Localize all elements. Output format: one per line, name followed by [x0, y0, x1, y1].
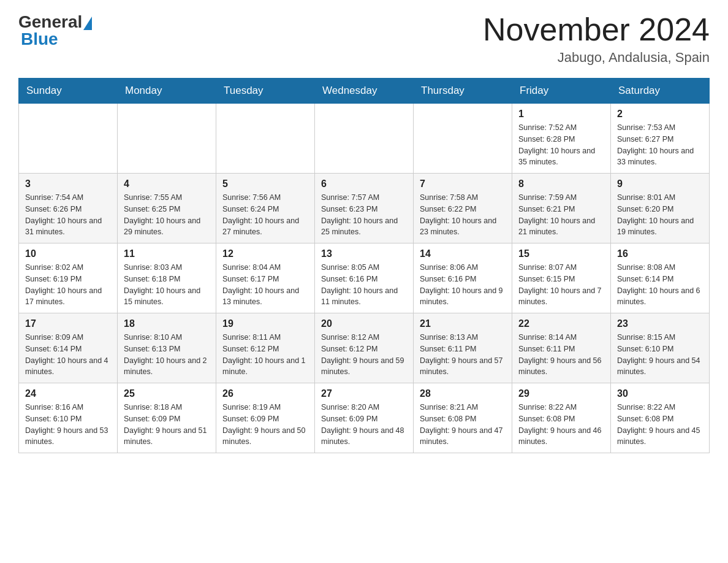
day-header-tuesday: Tuesday — [216, 79, 315, 104]
day-info: Sunrise: 7:52 AM Sunset: 6:28 PM Dayligh… — [518, 122, 604, 168]
calendar-header-row: SundayMondayTuesdayWednesdayThursdayFrid… — [19, 79, 710, 104]
day-info: Sunrise: 8:01 AM Sunset: 6:20 PM Dayligh… — [617, 192, 703, 238]
day-info: Sunrise: 8:21 AM Sunset: 6:08 PM Dayligh… — [420, 402, 506, 448]
day-number: 16 — [617, 248, 703, 259]
week-row-4: 17Sunrise: 8:09 AM Sunset: 6:14 PM Dayli… — [19, 313, 710, 383]
day-number: 30 — [617, 388, 703, 399]
day-number: 23 — [617, 318, 703, 329]
day-number: 24 — [25, 388, 111, 399]
day-info: Sunrise: 7:55 AM Sunset: 6:25 PM Dayligh… — [124, 192, 210, 238]
week-row-1: 1Sunrise: 7:52 AM Sunset: 6:28 PM Daylig… — [19, 104, 710, 174]
calendar-cell: 30Sunrise: 8:22 AM Sunset: 6:08 PM Dayli… — [611, 383, 710, 453]
calendar-cell: 10Sunrise: 8:02 AM Sunset: 6:19 PM Dayli… — [19, 243, 118, 313]
day-number: 13 — [321, 248, 407, 259]
day-number: 7 — [420, 178, 506, 190]
day-number: 1 — [518, 109, 604, 120]
title-section: November 2024 Jabugo, Andalusia, Spain — [483, 12, 710, 66]
day-info: Sunrise: 8:07 AM Sunset: 6:15 PM Dayligh… — [518, 262, 604, 308]
week-row-2: 3Sunrise: 7:54 AM Sunset: 6:26 PM Daylig… — [19, 174, 710, 243]
day-info: Sunrise: 8:09 AM Sunset: 6:14 PM Dayligh… — [25, 332, 111, 378]
calendar-cell: 21Sunrise: 8:13 AM Sunset: 6:11 PM Dayli… — [414, 313, 512, 383]
calendar-cell: 27Sunrise: 8:20 AM Sunset: 6:09 PM Dayli… — [315, 383, 414, 453]
calendar-cell: 5Sunrise: 7:56 AM Sunset: 6:24 PM Daylig… — [216, 174, 315, 243]
day-number: 6 — [321, 178, 407, 190]
calendar-cell: 4Sunrise: 7:55 AM Sunset: 6:25 PM Daylig… — [118, 174, 216, 243]
day-info: Sunrise: 8:12 AM Sunset: 6:12 PM Dayligh… — [321, 332, 407, 378]
calendar-cell: 29Sunrise: 8:22 AM Sunset: 6:08 PM Dayli… — [512, 383, 611, 453]
day-header-thursday: Thursday — [414, 79, 512, 104]
logo-blue-text: Blue — [18, 29, 58, 49]
calendar-cell: 26Sunrise: 8:19 AM Sunset: 6:09 PM Dayli… — [216, 383, 315, 453]
day-number: 29 — [518, 388, 604, 399]
day-number: 18 — [124, 318, 210, 329]
day-info: Sunrise: 8:08 AM Sunset: 6:14 PM Dayligh… — [617, 262, 703, 308]
day-number: 20 — [321, 318, 407, 329]
day-number: 10 — [25, 248, 111, 259]
day-header-saturday: Saturday — [611, 79, 710, 104]
calendar-cell: 25Sunrise: 8:18 AM Sunset: 6:09 PM Dayli… — [118, 383, 216, 453]
day-number: 28 — [420, 388, 506, 399]
calendar-cell: 11Sunrise: 8:03 AM Sunset: 6:18 PM Dayli… — [118, 243, 216, 313]
day-info: Sunrise: 8:10 AM Sunset: 6:13 PM Dayligh… — [124, 332, 210, 378]
day-number: 17 — [25, 318, 111, 329]
day-info: Sunrise: 8:18 AM Sunset: 6:09 PM Dayligh… — [124, 402, 210, 448]
calendar-cell: 17Sunrise: 8:09 AM Sunset: 6:14 PM Dayli… — [19, 313, 118, 383]
calendar-cell: 3Sunrise: 7:54 AM Sunset: 6:26 PM Daylig… — [19, 174, 118, 243]
day-info: Sunrise: 8:02 AM Sunset: 6:19 PM Dayligh… — [25, 262, 111, 308]
day-header-wednesday: Wednesday — [315, 79, 414, 104]
calendar-cell: 23Sunrise: 8:15 AM Sunset: 6:10 PM Dayli… — [611, 313, 710, 383]
day-number: 3 — [25, 178, 111, 190]
day-info: Sunrise: 7:54 AM Sunset: 6:26 PM Dayligh… — [25, 192, 111, 238]
day-number: 21 — [420, 318, 506, 329]
day-header-sunday: Sunday — [19, 79, 118, 104]
day-number: 22 — [518, 318, 604, 329]
day-info: Sunrise: 8:13 AM Sunset: 6:11 PM Dayligh… — [420, 332, 506, 378]
calendar-cell: 6Sunrise: 7:57 AM Sunset: 6:23 PM Daylig… — [315, 174, 414, 243]
calendar-cell: 14Sunrise: 8:06 AM Sunset: 6:16 PM Dayli… — [414, 243, 512, 313]
day-info: Sunrise: 7:59 AM Sunset: 6:21 PM Dayligh… — [518, 192, 604, 238]
calendar-cell: 2Sunrise: 7:53 AM Sunset: 6:27 PM Daylig… — [611, 104, 710, 174]
location-text: Jabugo, Andalusia, Spain — [483, 50, 710, 66]
calendar-cell: 1Sunrise: 7:52 AM Sunset: 6:28 PM Daylig… — [512, 104, 611, 174]
day-info: Sunrise: 8:06 AM Sunset: 6:16 PM Dayligh… — [420, 262, 506, 308]
day-number: 15 — [518, 248, 604, 259]
day-info: Sunrise: 8:15 AM Sunset: 6:10 PM Dayligh… — [617, 332, 703, 378]
day-info: Sunrise: 8:11 AM Sunset: 6:12 PM Dayligh… — [222, 332, 308, 378]
day-info: Sunrise: 8:22 AM Sunset: 6:08 PM Dayligh… — [518, 402, 604, 448]
day-number: 2 — [617, 109, 703, 120]
calendar-table: SundayMondayTuesdayWednesdayThursdayFrid… — [18, 78, 710, 453]
calendar-cell — [19, 104, 118, 174]
day-header-friday: Friday — [512, 79, 611, 104]
calendar-cell: 20Sunrise: 8:12 AM Sunset: 6:12 PM Dayli… — [315, 313, 414, 383]
logo-triangle-icon — [83, 17, 92, 30]
day-info: Sunrise: 7:53 AM Sunset: 6:27 PM Dayligh… — [617, 122, 703, 168]
calendar-cell: 15Sunrise: 8:07 AM Sunset: 6:15 PM Dayli… — [512, 243, 611, 313]
calendar-cell: 22Sunrise: 8:14 AM Sunset: 6:11 PM Dayli… — [512, 313, 611, 383]
calendar-cell — [216, 104, 315, 174]
day-info: Sunrise: 8:22 AM Sunset: 6:08 PM Dayligh… — [617, 402, 703, 448]
day-number: 25 — [124, 388, 210, 399]
calendar-cell: 9Sunrise: 8:01 AM Sunset: 6:20 PM Daylig… — [611, 174, 710, 243]
day-number: 12 — [222, 248, 308, 259]
month-title: November 2024 — [483, 12, 710, 47]
day-number: 14 — [420, 248, 506, 259]
page-header: General Blue November 2024 Jabugo, Andal… — [18, 12, 710, 66]
day-info: Sunrise: 8:05 AM Sunset: 6:16 PM Dayligh… — [321, 262, 407, 308]
week-row-5: 24Sunrise: 8:16 AM Sunset: 6:10 PM Dayli… — [19, 383, 710, 453]
day-number: 5 — [222, 178, 308, 190]
day-info: Sunrise: 8:03 AM Sunset: 6:18 PM Dayligh… — [124, 262, 210, 308]
day-info: Sunrise: 8:04 AM Sunset: 6:17 PM Dayligh… — [222, 262, 308, 308]
calendar-cell — [315, 104, 414, 174]
calendar-cell: 24Sunrise: 8:16 AM Sunset: 6:10 PM Dayli… — [19, 383, 118, 453]
calendar-cell: 16Sunrise: 8:08 AM Sunset: 6:14 PM Dayli… — [611, 243, 710, 313]
day-header-monday: Monday — [118, 79, 216, 104]
calendar-cell — [118, 104, 216, 174]
calendar-cell: 19Sunrise: 8:11 AM Sunset: 6:12 PM Dayli… — [216, 313, 315, 383]
calendar-cell: 8Sunrise: 7:59 AM Sunset: 6:21 PM Daylig… — [512, 174, 611, 243]
day-number: 11 — [124, 248, 210, 259]
calendar-cell: 28Sunrise: 8:21 AM Sunset: 6:08 PM Dayli… — [414, 383, 512, 453]
day-info: Sunrise: 7:58 AM Sunset: 6:22 PM Dayligh… — [420, 192, 506, 238]
day-number: 4 — [124, 178, 210, 190]
day-info: Sunrise: 8:14 AM Sunset: 6:11 PM Dayligh… — [518, 332, 604, 378]
day-number: 9 — [617, 178, 703, 190]
